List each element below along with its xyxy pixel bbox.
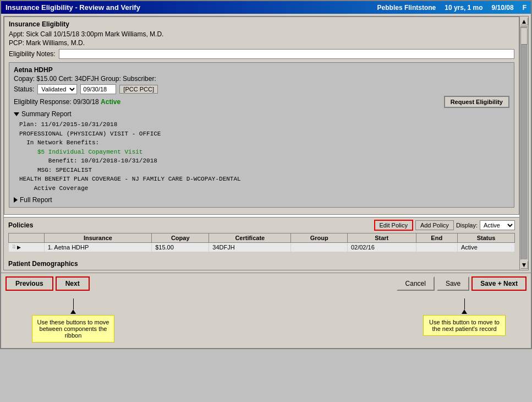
policies-controls: Edit Policy Add Policy Display: Active A… — [374, 220, 515, 231]
display-select[interactable]: Active All Inactive — [480, 220, 515, 230]
status-row: Status: Validated Pending Failed [PCC PC… — [14, 84, 509, 94]
eligibility-response-row: Eligiblity Response: 09/30/18 Active Req… — [14, 96, 509, 108]
table-row[interactable]: ⠿ ▶ 1. Aetna HDHP $15.00 34DFJH 02/02/16 — [9, 243, 515, 252]
right-arrow-line — [464, 298, 465, 309]
scroll-thumb[interactable] — [521, 28, 528, 45]
eligibility-response-text: Eligiblity Response: 09/30/18 Active — [14, 98, 120, 106]
next-button[interactable]: Next — [56, 276, 90, 291]
display-label: Display: — [456, 222, 478, 229]
right-annotation: Use this button to move to the next pati… — [423, 298, 506, 343]
main-window: Insurance Eligibility - Review and Verif… — [0, 0, 532, 349]
summary-line-6: MSG: SPECIALIST — [19, 166, 509, 175]
scroll-track — [520, 26, 528, 260]
left-arrow-line — [73, 298, 74, 309]
policies-title: Policies — [8, 221, 33, 229]
policies-section: Policies Edit Policy Add Policy Display:… — [4, 217, 519, 258]
eligibility-notes-input[interactable] — [59, 49, 514, 59]
request-eligibility-button[interactable]: Request Eligibility — [444, 96, 509, 108]
save-button[interactable]: Save — [437, 276, 469, 291]
row-end — [416, 243, 457, 252]
patient-name: Pebbles Flintstone — [377, 4, 436, 12]
th-end: End — [416, 233, 457, 243]
cancel-button[interactable]: Cancel — [397, 276, 435, 291]
scroll-up-button[interactable]: ▲ — [520, 18, 528, 25]
status-select[interactable]: Validated Pending Failed — [37, 84, 77, 94]
row-group — [291, 243, 348, 252]
row-insurance: 1. Aetna HDHP — [44, 243, 151, 252]
full-report-label: Full Report — [20, 196, 52, 204]
status-label: Status: — [14, 85, 34, 93]
window-title: Insurance Eligibility - Review and Verif… — [6, 3, 140, 12]
active-status-text: Active — [101, 98, 120, 106]
eligibility-notes-row: Eligibility Notes: — [9, 49, 514, 59]
status-date-input[interactable] — [80, 84, 116, 94]
scrollbar[interactable]: ▲ ▼ — [519, 17, 528, 270]
full-report-expand-icon — [14, 197, 18, 203]
scroll-down-button[interactable]: ▼ — [520, 261, 528, 269]
nav-buttons: Previous Next — [6, 276, 90, 291]
summary-line-8: Active Coverage — [19, 184, 509, 193]
previous-button[interactable]: Previous — [6, 276, 53, 291]
right-annotation-box: Use this button to move to the next pati… — [423, 315, 506, 336]
appt-info: Appt: Sick Call 10/15/18 3:00pm Mark Wil… — [9, 30, 514, 38]
summary-report-label: Summary Report — [21, 110, 72, 118]
summary-line-3: In Network Benefits: — [19, 138, 509, 148]
insurance-card: Aetna HDHP Copay: $15.00 Cert: 34DFJH Gr… — [9, 62, 514, 208]
summary-line-5: Benefit: 10/01/2018-10/31/2018 — [19, 156, 509, 166]
title-bar: Insurance Eligibility - Review and Verif… — [1, 1, 531, 14]
pcc-button[interactable]: [PCC PCC] — [119, 85, 158, 94]
title-info: Pebbles Flintstone 10 yrs, 1 mo 9/10/08 … — [377, 4, 526, 12]
summary-section: Summary Report Plan: 11/01/2015-10/31/20… — [14, 110, 509, 204]
patient-date: 9/10/08 — [492, 4, 514, 12]
policies-header: Policies Edit Policy Add Policy Display:… — [8, 220, 515, 231]
save-next-button[interactable]: Save + Next — [471, 276, 526, 291]
insurance-eligibility-panel: Insurance Eligiblity Appt: Sick Call 10/… — [4, 17, 519, 215]
left-arrow-head — [70, 309, 76, 314]
patient-demographics-title: Patient Demographics — [8, 260, 78, 268]
edit-policy-button[interactable]: Edit Policy — [374, 220, 413, 231]
th-insurance: Insurance — [44, 233, 151, 243]
scroll-container: Insurance Eligiblity Appt: Sick Call 10/… — [3, 16, 529, 270]
summary-line-1: Plan: 11/01/2015-10/31/2018 — [19, 120, 509, 129]
bottom-toolbar: Previous Next Cancel Save Save + Next — [1, 273, 531, 294]
patient-gender: F — [523, 4, 526, 12]
full-report-toggle[interactable]: Full Report — [14, 196, 509, 204]
annotation-area: Use these buttons to move between compon… — [1, 294, 531, 348]
action-buttons: Cancel Save Save + Next — [397, 276, 526, 291]
insurance-name: Aetna HDHP — [14, 66, 509, 74]
summary-line-4: $5 Individual Copayment Visit — [19, 148, 509, 157]
th-group: Group — [291, 233, 348, 243]
summary-line-7: HEALTH BENEFIT PLAN COVERAGE - NJ FAMILY… — [19, 175, 509, 184]
th-copay: Copay — [152, 233, 209, 243]
summary-content: Plan: 11/01/2015-10/31/2018 PROFESSIONAL… — [14, 120, 509, 193]
row-status: Active — [457, 243, 514, 252]
summary-collapse-icon — [14, 112, 19, 116]
row-certificate: 34DFJH — [209, 243, 291, 252]
row-indicator: ⠿ ▶ — [9, 243, 45, 252]
eligibility-notes-label: Eligibility Notes: — [9, 50, 56, 58]
copay-info: Copay: $15.00 Cert: 34DFJH Group: Subscr… — [14, 75, 509, 83]
right-arrow-head — [462, 309, 467, 314]
th-start: Start — [347, 233, 416, 243]
insurance-eligibility-title: Insurance Eligiblity — [9, 20, 514, 28]
left-annotation: Use these buttons to move between compon… — [32, 298, 114, 343]
row-copay: $15.00 — [152, 243, 209, 252]
pcp-info: PCP: Mark Williams, M.D. — [9, 39, 514, 47]
add-policy-button[interactable]: Add Policy — [415, 220, 454, 230]
patient-demographics-section: Patient Demographics — [4, 258, 519, 270]
th-certificate: Certificate — [209, 233, 291, 243]
left-annotation-box: Use these buttons to move between compon… — [32, 315, 114, 343]
th-status: Status — [457, 233, 514, 243]
th-indicator — [9, 233, 45, 243]
policies-table: Insurance Copay Certificate Group Start … — [8, 233, 515, 252]
patient-age: 10 yrs, 1 mo — [445, 4, 482, 12]
row-start: 02/02/16 — [347, 243, 416, 252]
table-header-row: Insurance Copay Certificate Group Start … — [9, 233, 515, 243]
summary-toggle[interactable]: Summary Report — [14, 110, 509, 118]
summary-line-2: PROFESSIONAL (PHYSICIAN) VISIT - OFFICE — [19, 129, 509, 139]
